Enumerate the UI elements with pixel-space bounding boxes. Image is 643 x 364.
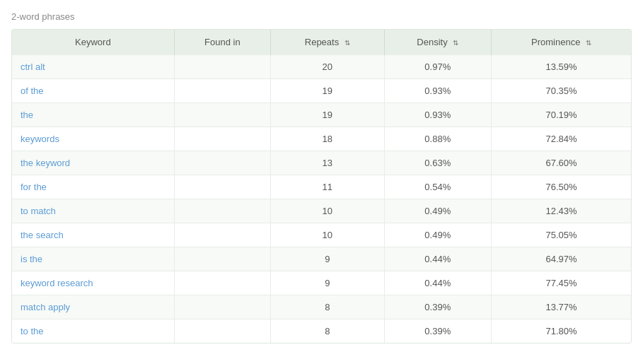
cell-repeats: 18 [271,127,385,151]
col-header-prominence[interactable]: Prominence ⇅ [492,30,631,55]
table-row: to the80.39%71.80% [12,319,631,344]
cell-prominence: 71.80% [492,319,631,344]
prominence-sort-icon[interactable]: ⇅ [586,39,591,47]
table-row: to match100.49%12.43% [12,199,631,223]
cell-density: 0.44% [384,247,491,271]
cell-found-in [174,151,270,175]
keyword-table-wrapper: Keyword Found in Repeats ⇅ Density ⇅ Pro… [11,29,632,344]
cell-prominence: 70.35% [492,79,631,103]
cell-keyword[interactable]: of the [12,79,174,103]
table-row: the keyword130.63%67.60% [12,151,631,175]
keyword-link[interactable]: the [21,110,33,120]
repeats-sort-icon[interactable]: ⇅ [344,39,350,47]
table-header-row: Keyword Found in Repeats ⇅ Density ⇅ Pro… [12,30,631,55]
cell-repeats: 20 [271,55,385,79]
cell-density: 0.88% [384,127,491,151]
cell-keyword[interactable]: to the [12,319,174,344]
cell-found-in [174,199,270,223]
table-row: is the90.44%64.97% [12,247,631,271]
keyword-link[interactable]: ctrl alt [21,61,45,72]
cell-repeats: 13 [271,151,385,175]
col-header-keyword: Keyword [12,30,174,55]
col-header-found-in: Found in [174,30,270,55]
cell-density: 0.39% [384,319,491,344]
cell-found-in [174,79,270,103]
cell-keyword[interactable]: the [12,103,174,127]
table-row: of the190.93%70.35% [12,79,631,103]
cell-density: 0.39% [384,295,491,319]
table-row: the search100.49%75.05% [12,223,631,247]
cell-prominence: 77.45% [492,271,631,295]
keyword-link[interactable]: to match [21,206,56,216]
cell-prominence: 70.19% [492,103,631,127]
keyword-link[interactable]: for the [21,182,47,192]
table-row: for the110.54%76.50% [12,175,631,199]
col-header-repeats[interactable]: Repeats ⇅ [271,30,385,55]
cell-prominence: 13.77% [492,295,631,319]
cell-found-in [174,127,270,151]
keyword-link[interactable]: keyword research [21,278,93,288]
cell-density: 0.93% [384,103,491,127]
cell-repeats: 19 [271,79,385,103]
cell-density: 0.44% [384,271,491,295]
cell-found-in [174,103,270,127]
cell-density: 0.63% [384,151,491,175]
cell-keyword[interactable]: keyword research [12,271,174,295]
cell-prominence: 13.59% [492,55,631,79]
cell-prominence: 72.84% [492,127,631,151]
table-row: match apply80.39%13.77% [12,295,631,319]
cell-repeats: 10 [271,199,385,223]
table-row: keywords180.88%72.84% [12,127,631,151]
keyword-table: Keyword Found in Repeats ⇅ Density ⇅ Pro… [12,30,631,343]
keyword-link[interactable]: the keyword [21,158,70,168]
keyword-link[interactable]: to the [21,326,44,336]
cell-keyword[interactable]: match apply [12,295,174,319]
density-sort-icon[interactable]: ⇅ [453,39,458,47]
cell-repeats: 11 [271,175,385,199]
cell-found-in [174,55,270,79]
cell-found-in [174,271,270,295]
cell-repeats: 9 [271,247,385,271]
cell-keyword[interactable]: for the [12,175,174,199]
cell-prominence: 67.60% [492,151,631,175]
keyword-link[interactable]: keywords [21,134,59,144]
section-title: 2-word phrases [11,11,632,22]
cell-density: 0.49% [384,199,491,223]
cell-prominence: 75.05% [492,223,631,247]
cell-keyword[interactable]: keywords [12,127,174,151]
cell-prominence: 76.50% [492,175,631,199]
cell-found-in [174,223,270,247]
cell-repeats: 8 [271,319,385,344]
table-row: ctrl alt200.97%13.59% [12,55,631,79]
col-header-density[interactable]: Density ⇅ [384,30,491,55]
cell-repeats: 19 [271,103,385,127]
keyword-link[interactable]: of the [21,86,44,96]
cell-density: 0.54% [384,175,491,199]
keyword-link[interactable]: the search [21,230,64,240]
cell-keyword[interactable]: to match [12,199,174,223]
cell-density: 0.97% [384,55,491,79]
cell-keyword[interactable]: the search [12,223,174,247]
keyword-link[interactable]: is the [21,254,42,264]
cell-repeats: 10 [271,223,385,247]
cell-found-in [174,175,270,199]
cell-found-in [174,319,270,344]
cell-density: 0.93% [384,79,491,103]
cell-prominence: 12.43% [492,199,631,223]
cell-found-in [174,247,270,271]
keyword-link[interactable]: match apply [21,302,70,312]
cell-keyword[interactable]: is the [12,247,174,271]
table-row: the190.93%70.19% [12,103,631,127]
cell-keyword[interactable]: ctrl alt [12,55,174,79]
cell-repeats: 9 [271,271,385,295]
table-row: keyword research90.44%77.45% [12,271,631,295]
cell-density: 0.49% [384,223,491,247]
cell-repeats: 8 [271,295,385,319]
cell-keyword[interactable]: the keyword [12,151,174,175]
cell-prominence: 64.97% [492,247,631,271]
cell-found-in [174,295,270,319]
